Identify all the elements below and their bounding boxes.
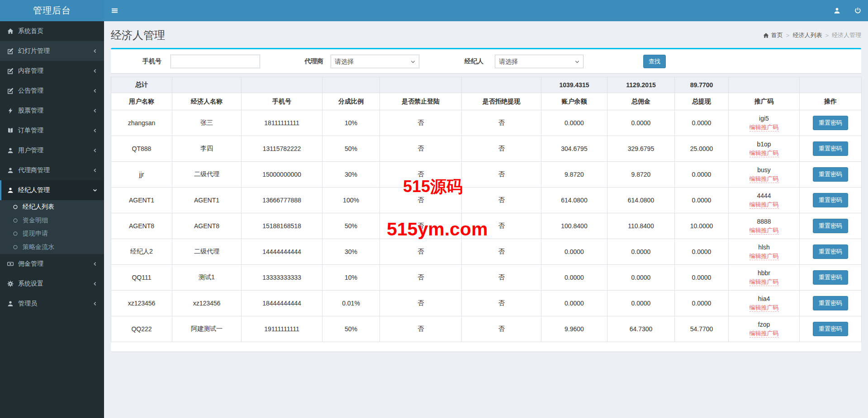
action-cell: 重置密码 <box>800 265 862 291</box>
promo-code: hlsh <box>730 244 798 251</box>
commission-cell: 9.8720 <box>607 162 675 188</box>
table-row: AGENT1AGENT113666777888100%否否614.0800614… <box>111 188 862 213</box>
user-cell: zhangsan <box>111 110 172 136</box>
breadcrumb-item[interactable]: 首页 <box>763 31 783 39</box>
withdraw_refused-cell: 否 <box>462 162 541 188</box>
reset-password-button[interactable]: 重置密码 <box>813 116 848 130</box>
sidebar-subitem[interactable]: 提现申请 <box>0 227 104 241</box>
edit-promo-code-link[interactable]: 编辑推广码 <box>749 201 779 209</box>
phone-cell: 15188168518 <box>242 213 323 239</box>
promo-code-cell: 8888编辑推广码 <box>729 213 800 239</box>
phone-cell: 14444444444 <box>242 239 323 265</box>
sidebar-item[interactable]: 公告管理 <box>0 81 104 101</box>
reset-password-button[interactable]: 重置密码 <box>813 244 848 259</box>
sidebar-subitem[interactable]: 资金明细 <box>0 214 104 227</box>
sidebar-item[interactable]: 订单管理 <box>0 121 104 141</box>
withdraw_refused-cell: 否 <box>462 239 541 265</box>
sidebar-subitem[interactable]: 经纪人列表 <box>0 200 104 214</box>
gear-icon <box>7 281 18 287</box>
ratio-cell: 50% <box>323 316 380 342</box>
name-cell: AGENT1 <box>172 188 242 213</box>
sidebar-subitem-label: 经纪人列表 <box>23 203 54 211</box>
edit-promo-code-link[interactable]: 编辑推广码 <box>749 175 779 183</box>
phone-input[interactable] <box>171 55 260 68</box>
edit-promo-code-link[interactable]: 编辑推广码 <box>749 304 779 312</box>
sidebar-item[interactable]: 系统设置 <box>0 274 104 294</box>
login_banned-cell: 否 <box>380 239 462 265</box>
column-header: 推广码 <box>729 93 800 110</box>
column-header: 分成比例 <box>323 93 380 110</box>
sidebar-item[interactable]: 经纪人管理 <box>0 180 104 200</box>
commission-cell: 0.0000 <box>607 110 675 136</box>
sidebar-toggle-button[interactable] <box>104 0 125 21</box>
promo-code-cell: 4444编辑推广码 <box>729 188 800 213</box>
logout-button[interactable] <box>847 0 868 21</box>
breadcrumb-label: 经济人列表 <box>792 31 822 39</box>
user-cell: AGENT1 <box>111 188 172 213</box>
reset-password-button[interactable]: 重置密码 <box>813 219 848 233</box>
sidebar-item[interactable]: 系统首页 <box>0 21 104 41</box>
circle-o-icon <box>13 231 23 236</box>
sidebar-item-label: 幻灯片管理 <box>18 47 93 55</box>
reset-password-button[interactable]: 重置密码 <box>813 193 848 207</box>
sidebar-item[interactable]: 代理商管理 <box>0 160 104 180</box>
table-row: zhangsan张三1811111111110%否否0.00000.00000.… <box>111 110 862 136</box>
action-cell: 重置密码 <box>800 136 862 162</box>
breadcrumb: 首页>经济人列表>经济人管理 <box>763 31 861 39</box>
reset-password-button[interactable]: 重置密码 <box>813 322 848 336</box>
edit-promo-code-link[interactable]: 编辑推广码 <box>749 227 779 235</box>
agent-select[interactable]: 请选择 <box>331 55 419 68</box>
login_banned-cell: 否 <box>380 110 462 136</box>
promo-code-cell: b1op编辑推广码 <box>729 136 800 162</box>
sidebar-subitem-label: 提现申请 <box>23 230 48 238</box>
breadcrumb-item[interactable]: 经济人列表 <box>792 31 822 39</box>
action-cell: 重置密码 <box>800 188 862 213</box>
edit-icon <box>7 68 18 74</box>
reset-password-button[interactable]: 重置密码 <box>813 141 848 156</box>
edit-promo-code-link[interactable]: 编辑推广码 <box>749 253 779 260</box>
chevron-left-icon <box>93 49 97 53</box>
reset-password-button[interactable]: 重置密码 <box>813 296 848 310</box>
broker-select[interactable]: 请选择 <box>495 55 583 68</box>
user-icon <box>7 147 18 154</box>
sidebar-item-label: 系统首页 <box>18 27 97 35</box>
sidebar-item[interactable]: 佣金管理 <box>0 254 104 274</box>
name-cell: xz123456 <box>172 291 242 316</box>
chevron-left-icon <box>93 282 97 286</box>
sidebar-subitem[interactable]: 策略金流水 <box>0 240 104 254</box>
user-cell: 经纪人2 <box>111 239 172 265</box>
table-row: AGENT8AGENT81518816851850%否否100.8400110.… <box>111 213 862 239</box>
chevron-left-icon <box>93 262 97 266</box>
broker-select-wrap: 请选择 <box>495 55 583 68</box>
reset-password-button[interactable]: 重置密码 <box>813 270 848 285</box>
ratio-cell: 30% <box>323 162 380 188</box>
sidebar-item[interactable]: 幻灯片管理 <box>0 41 104 61</box>
reset-password-button[interactable]: 重置密码 <box>813 167 848 182</box>
edit-promo-code-link[interactable]: 编辑推广码 <box>749 124 779 132</box>
chevron-left-icon <box>93 168 97 173</box>
table-panel: 总计1039.43151129.201589.7700用户名称经济人名称手机号分… <box>111 77 861 352</box>
balance-cell: 0.0000 <box>541 110 607 136</box>
edit-promo-code-link[interactable]: 编辑推广码 <box>749 150 779 157</box>
withdraw_refused-cell: 否 <box>462 213 541 239</box>
withdraw-cell: 0.0000 <box>675 162 729 188</box>
promo-code-cell: igi5编辑推广码 <box>729 110 800 136</box>
search-button[interactable]: 查找 <box>643 55 666 68</box>
commission-cell: 614.0800 <box>607 188 675 213</box>
chevron-left-icon <box>93 89 97 93</box>
login_banned-cell: 否 <box>380 291 462 316</box>
sidebar-item[interactable]: 用户管理 <box>0 141 104 160</box>
edit-promo-code-link[interactable]: 编辑推广码 <box>749 278 779 286</box>
totals-value-cell <box>323 77 380 93</box>
sidebar-subitem-label: 策略金流水 <box>23 243 54 251</box>
sidebar-submenu: 经纪人列表资金明细提现申请策略金流水 <box>0 200 104 254</box>
withdraw_refused-cell: 否 <box>462 110 541 136</box>
sidebar-item[interactable]: 内容管理 <box>0 61 104 81</box>
edit-promo-code-link[interactable]: 编辑推广码 <box>749 330 779 338</box>
sidebar-item[interactable]: 管理员 <box>0 294 104 314</box>
breadcrumb-separator: > <box>786 32 790 39</box>
account-button[interactable] <box>826 0 847 21</box>
brand-logo[interactable]: 管理后台 <box>0 0 104 21</box>
sidebar-item[interactable]: 股票管理 <box>0 101 104 121</box>
bars-icon <box>111 7 118 14</box>
